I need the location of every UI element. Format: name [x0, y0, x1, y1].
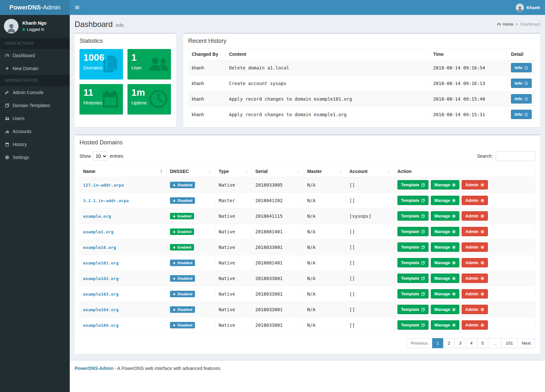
pagination-page-2[interactable]: 2 [443, 338, 455, 348]
info-button[interactable]: Info [511, 110, 532, 119]
col-type[interactable]: Type [215, 166, 252, 177]
pagination-page-4[interactable]: 4 [466, 338, 477, 348]
footer-brand-link[interactable]: PowerDNS-Admin [75, 366, 114, 371]
template-button[interactable]: Template [397, 180, 429, 190]
entries-select[interactable]: 10 [93, 152, 107, 161]
admin-label: Admin [465, 198, 478, 203]
gear-icon [452, 323, 456, 327]
manage-button[interactable]: Manage [431, 274, 459, 283]
domain-link[interactable]: example.org [83, 214, 111, 219]
template-button[interactable]: Template [397, 320, 429, 330]
clone-icon [421, 292, 425, 296]
col-master[interactable]: Master [304, 166, 346, 177]
manage-button[interactable]: Manage [431, 196, 459, 205]
manage-button[interactable]: Manage [431, 227, 459, 236]
table-row: example.org Enabled Native 2018041115 N/… [80, 208, 535, 224]
table-row: khanh Delete domain a1.local 2018-08-14 … [188, 60, 535, 76]
stat-histories[interactable]: 11 Histories [79, 84, 123, 115]
pagination-page-5[interactable]: 5 [477, 338, 489, 348]
manage-button[interactable]: Manage [431, 180, 459, 190]
navbar-user-name: Khanh [527, 5, 540, 10]
master-cell: N/A [304, 317, 346, 333]
col-name[interactable]: Name [80, 166, 167, 177]
admin-button[interactable]: Admin [462, 196, 488, 205]
type-cell: Native [215, 317, 252, 333]
domain-link[interactable]: example106.org [83, 323, 119, 328]
type-cell: Native [215, 302, 252, 317]
pagination-page-101[interactable]: 101 [501, 338, 518, 348]
domain-link[interactable]: example104.org [83, 307, 119, 312]
template-button[interactable]: Template [397, 211, 429, 221]
admin-button[interactable]: Admin [462, 289, 488, 299]
admin-button[interactable]: Admin [462, 320, 488, 330]
info-button[interactable]: Info [511, 63, 532, 72]
manage-button[interactable]: Manage [431, 242, 459, 252]
admin-button[interactable]: Admin [462, 211, 488, 221]
template-button[interactable]: Template [397, 242, 429, 252]
sidebar-item-users[interactable]: Users [0, 112, 70, 125]
manage-button[interactable]: Manage [431, 258, 459, 267]
sidebar-toggle-button[interactable] [70, 0, 85, 15]
domain-link[interactable]: 3.2.1.in-addr.arpa [83, 198, 129, 203]
admin-button[interactable]: Admin [462, 180, 488, 190]
admin-button[interactable]: Admin [462, 242, 488, 252]
pagination-page-1[interactable]: 1 [432, 338, 444, 348]
sidebar-item-domain-templates[interactable]: Domain Templates [0, 99, 70, 112]
sidebar-item-accounts[interactable]: Accounts [0, 125, 70, 138]
stat-users[interactable]: 1 User [127, 49, 171, 80]
manage-button[interactable]: Manage [431, 211, 459, 221]
sidebar-user-status[interactable]: Logged In [22, 27, 47, 32]
domain-link[interactable]: example1.org [83, 229, 114, 234]
gear-icon [480, 199, 484, 202]
col-serial[interactable]: Serial [252, 166, 304, 177]
template-button[interactable]: Template [397, 289, 429, 299]
sidebar-item-settings[interactable]: Settings [0, 151, 70, 164]
dashboard-icon [5, 53, 9, 58]
info-button[interactable]: Info [511, 79, 532, 88]
content-area: DashboardInfo Home > Dashboard Statistic… [70, 15, 545, 392]
gear-icon [480, 230, 484, 234]
user-menu[interactable]: Khanh [511, 0, 545, 15]
sidebar-item-admin-console[interactable]: Admin Console [0, 86, 70, 99]
template-button[interactable]: Template [397, 227, 429, 236]
admin-button[interactable]: Admin [462, 274, 488, 283]
pagination-page-3[interactable]: 3 [454, 338, 466, 348]
col-dnssec[interactable]: DNSSEC [167, 166, 215, 177]
account-cell: [] [346, 224, 394, 239]
content-cell: Apply record changes to domain example10… [226, 91, 430, 107]
domain-link[interactable]: 127.in-addr.arpa [83, 183, 124, 188]
gear-icon [452, 261, 456, 265]
sidebar-item-history[interactable]: History [0, 138, 70, 151]
calendar-icon [100, 89, 120, 109]
domain-link[interactable]: example10.org [83, 245, 116, 250]
template-button[interactable]: Template [397, 196, 429, 205]
app-logo[interactable]: PowerDNS-Admin [0, 0, 70, 15]
search-input[interactable] [496, 151, 535, 161]
stat-domains[interactable]: 1006 Domains [79, 49, 123, 80]
manage-button[interactable]: Manage [431, 289, 459, 299]
domain-link[interactable]: example101.org [83, 261, 119, 265]
admin-button[interactable]: Admin [462, 305, 488, 314]
info-button[interactable]: Info [511, 94, 532, 104]
serial-cell: 2018041202 [252, 193, 304, 208]
admin-button[interactable]: Admin [462, 227, 488, 236]
table-header-row: Name DNSSEC Type Serial Master Account A… [80, 166, 535, 177]
domain-link[interactable]: example102.org [83, 276, 119, 281]
template-button[interactable]: Template [397, 305, 429, 314]
gear-icon [480, 276, 484, 280]
pagination-next[interactable]: Next [517, 338, 535, 348]
sidebar-item-new-domain[interactable]: New Domain [0, 62, 70, 75]
breadcrumb-home-label: Home [503, 22, 513, 27]
template-button[interactable]: Template [397, 258, 429, 267]
sidebar-item-dashboard[interactable]: Dashboard [0, 49, 70, 62]
breadcrumb-home-link[interactable]: Home [497, 22, 513, 27]
entries-label: entries [110, 153, 123, 159]
template-button[interactable]: Template [397, 274, 429, 283]
manage-button[interactable]: Manage [431, 320, 459, 330]
col-account[interactable]: Account [346, 166, 394, 177]
stat-uptime[interactable]: 1m Uptime [127, 84, 171, 115]
pagination-previous[interactable]: Previous [406, 338, 432, 348]
domain-link[interactable]: example103.org [83, 292, 119, 297]
manage-button[interactable]: Manage [431, 305, 459, 314]
admin-button[interactable]: Admin [462, 258, 488, 267]
